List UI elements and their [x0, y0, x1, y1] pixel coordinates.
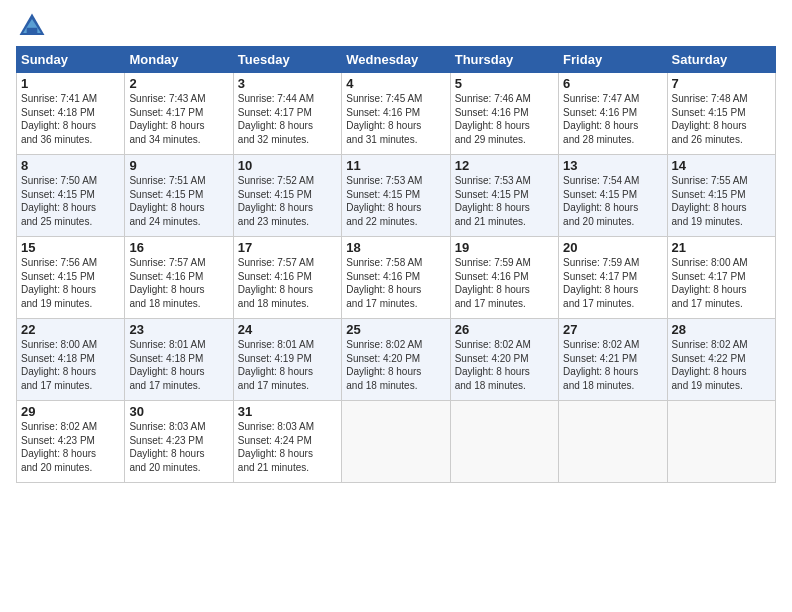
day-info: Sunrise: 7:47 AMSunset: 4:16 PMDaylight:…: [563, 92, 662, 146]
calendar-cell: 16Sunrise: 7:57 AMSunset: 4:16 PMDayligh…: [125, 237, 233, 319]
day-info: Sunrise: 7:50 AMSunset: 4:15 PMDaylight:…: [21, 174, 120, 228]
calendar-cell: 28Sunrise: 8:02 AMSunset: 4:22 PMDayligh…: [667, 319, 775, 401]
day-number: 15: [21, 240, 120, 255]
svg-rect-2: [27, 28, 38, 35]
day-number: 16: [129, 240, 228, 255]
calendar-cell: 22Sunrise: 8:00 AMSunset: 4:18 PMDayligh…: [17, 319, 125, 401]
day-info: Sunrise: 8:00 AMSunset: 4:18 PMDaylight:…: [21, 338, 120, 392]
day-info: Sunrise: 8:03 AMSunset: 4:23 PMDaylight:…: [129, 420, 228, 474]
day-info: Sunrise: 7:59 AMSunset: 4:17 PMDaylight:…: [563, 256, 662, 310]
day-number: 18: [346, 240, 445, 255]
day-number: 11: [346, 158, 445, 173]
day-number: 28: [672, 322, 771, 337]
calendar-cell: 24Sunrise: 8:01 AMSunset: 4:19 PMDayligh…: [233, 319, 341, 401]
day-number: 29: [21, 404, 120, 419]
calendar-cell: 7Sunrise: 7:48 AMSunset: 4:15 PMDaylight…: [667, 73, 775, 155]
day-info: Sunrise: 7:52 AMSunset: 4:15 PMDaylight:…: [238, 174, 337, 228]
day-number: 4: [346, 76, 445, 91]
calendar-cell: 31Sunrise: 8:03 AMSunset: 4:24 PMDayligh…: [233, 401, 341, 483]
weekday-header-monday: Monday: [125, 47, 233, 73]
day-number: 7: [672, 76, 771, 91]
day-number: 25: [346, 322, 445, 337]
calendar-cell: 8Sunrise: 7:50 AMSunset: 4:15 PMDaylight…: [17, 155, 125, 237]
day-info: Sunrise: 8:00 AMSunset: 4:17 PMDaylight:…: [672, 256, 771, 310]
calendar-header: SundayMondayTuesdayWednesdayThursdayFrid…: [17, 47, 776, 73]
day-number: 23: [129, 322, 228, 337]
weekday-header-sunday: Sunday: [17, 47, 125, 73]
day-number: 17: [238, 240, 337, 255]
day-number: 1: [21, 76, 120, 91]
day-info: Sunrise: 8:01 AMSunset: 4:19 PMDaylight:…: [238, 338, 337, 392]
calendar-cell: 30Sunrise: 8:03 AMSunset: 4:23 PMDayligh…: [125, 401, 233, 483]
day-info: Sunrise: 8:02 AMSunset: 4:23 PMDaylight:…: [21, 420, 120, 474]
logo-icon: [16, 10, 48, 42]
day-number: 30: [129, 404, 228, 419]
day-number: 31: [238, 404, 337, 419]
day-info: Sunrise: 7:48 AMSunset: 4:15 PMDaylight:…: [672, 92, 771, 146]
calendar-week-row: 29Sunrise: 8:02 AMSunset: 4:23 PMDayligh…: [17, 401, 776, 483]
day-number: 26: [455, 322, 554, 337]
day-number: 3: [238, 76, 337, 91]
calendar-cell: 26Sunrise: 8:02 AMSunset: 4:20 PMDayligh…: [450, 319, 558, 401]
day-info: Sunrise: 7:53 AMSunset: 4:15 PMDaylight:…: [346, 174, 445, 228]
day-number: 14: [672, 158, 771, 173]
calendar-cell: 17Sunrise: 7:57 AMSunset: 4:16 PMDayligh…: [233, 237, 341, 319]
page-container: SundayMondayTuesdayWednesdayThursdayFrid…: [0, 0, 792, 493]
calendar-cell: [450, 401, 558, 483]
calendar-cell: [559, 401, 667, 483]
calendar-cell: [667, 401, 775, 483]
day-number: 12: [455, 158, 554, 173]
calendar-cell: 15Sunrise: 7:56 AMSunset: 4:15 PMDayligh…: [17, 237, 125, 319]
calendar-cell: 3Sunrise: 7:44 AMSunset: 4:17 PMDaylight…: [233, 73, 341, 155]
day-number: 24: [238, 322, 337, 337]
calendar-cell: 12Sunrise: 7:53 AMSunset: 4:15 PMDayligh…: [450, 155, 558, 237]
day-info: Sunrise: 7:41 AMSunset: 4:18 PMDaylight:…: [21, 92, 120, 146]
header: [16, 10, 776, 42]
day-info: Sunrise: 7:57 AMSunset: 4:16 PMDaylight:…: [238, 256, 337, 310]
logo: [16, 10, 52, 42]
calendar-cell: 23Sunrise: 8:01 AMSunset: 4:18 PMDayligh…: [125, 319, 233, 401]
calendar-body: 1Sunrise: 7:41 AMSunset: 4:18 PMDaylight…: [17, 73, 776, 483]
weekday-header-thursday: Thursday: [450, 47, 558, 73]
day-info: Sunrise: 7:44 AMSunset: 4:17 PMDaylight:…: [238, 92, 337, 146]
calendar-cell: 10Sunrise: 7:52 AMSunset: 4:15 PMDayligh…: [233, 155, 341, 237]
day-info: Sunrise: 7:51 AMSunset: 4:15 PMDaylight:…: [129, 174, 228, 228]
calendar-cell: 5Sunrise: 7:46 AMSunset: 4:16 PMDaylight…: [450, 73, 558, 155]
day-number: 13: [563, 158, 662, 173]
day-info: Sunrise: 7:57 AMSunset: 4:16 PMDaylight:…: [129, 256, 228, 310]
calendar-cell: 6Sunrise: 7:47 AMSunset: 4:16 PMDaylight…: [559, 73, 667, 155]
calendar-cell: 14Sunrise: 7:55 AMSunset: 4:15 PMDayligh…: [667, 155, 775, 237]
calendar-cell: 9Sunrise: 7:51 AMSunset: 4:15 PMDaylight…: [125, 155, 233, 237]
day-number: 20: [563, 240, 662, 255]
day-info: Sunrise: 8:01 AMSunset: 4:18 PMDaylight:…: [129, 338, 228, 392]
day-number: 19: [455, 240, 554, 255]
day-info: Sunrise: 8:02 AMSunset: 4:20 PMDaylight:…: [455, 338, 554, 392]
calendar-cell: 11Sunrise: 7:53 AMSunset: 4:15 PMDayligh…: [342, 155, 450, 237]
calendar-cell: 19Sunrise: 7:59 AMSunset: 4:16 PMDayligh…: [450, 237, 558, 319]
weekday-header-row: SundayMondayTuesdayWednesdayThursdayFrid…: [17, 47, 776, 73]
calendar-cell: 1Sunrise: 7:41 AMSunset: 4:18 PMDaylight…: [17, 73, 125, 155]
day-info: Sunrise: 7:45 AMSunset: 4:16 PMDaylight:…: [346, 92, 445, 146]
calendar-cell: 27Sunrise: 8:02 AMSunset: 4:21 PMDayligh…: [559, 319, 667, 401]
day-number: 9: [129, 158, 228, 173]
calendar-cell: 21Sunrise: 8:00 AMSunset: 4:17 PMDayligh…: [667, 237, 775, 319]
calendar-week-row: 8Sunrise: 7:50 AMSunset: 4:15 PMDaylight…: [17, 155, 776, 237]
calendar-week-row: 22Sunrise: 8:00 AMSunset: 4:18 PMDayligh…: [17, 319, 776, 401]
day-number: 22: [21, 322, 120, 337]
day-info: Sunrise: 8:02 AMSunset: 4:20 PMDaylight:…: [346, 338, 445, 392]
calendar-week-row: 1Sunrise: 7:41 AMSunset: 4:18 PMDaylight…: [17, 73, 776, 155]
day-number: 10: [238, 158, 337, 173]
day-info: Sunrise: 7:56 AMSunset: 4:15 PMDaylight:…: [21, 256, 120, 310]
day-info: Sunrise: 8:03 AMSunset: 4:24 PMDaylight:…: [238, 420, 337, 474]
day-info: Sunrise: 7:59 AMSunset: 4:16 PMDaylight:…: [455, 256, 554, 310]
calendar-cell: 25Sunrise: 8:02 AMSunset: 4:20 PMDayligh…: [342, 319, 450, 401]
day-info: Sunrise: 7:46 AMSunset: 4:16 PMDaylight:…: [455, 92, 554, 146]
calendar-table: SundayMondayTuesdayWednesdayThursdayFrid…: [16, 46, 776, 483]
weekday-header-friday: Friday: [559, 47, 667, 73]
day-number: 5: [455, 76, 554, 91]
day-number: 8: [21, 158, 120, 173]
day-info: Sunrise: 7:54 AMSunset: 4:15 PMDaylight:…: [563, 174, 662, 228]
day-info: Sunrise: 7:53 AMSunset: 4:15 PMDaylight:…: [455, 174, 554, 228]
day-info: Sunrise: 8:02 AMSunset: 4:21 PMDaylight:…: [563, 338, 662, 392]
day-info: Sunrise: 7:58 AMSunset: 4:16 PMDaylight:…: [346, 256, 445, 310]
